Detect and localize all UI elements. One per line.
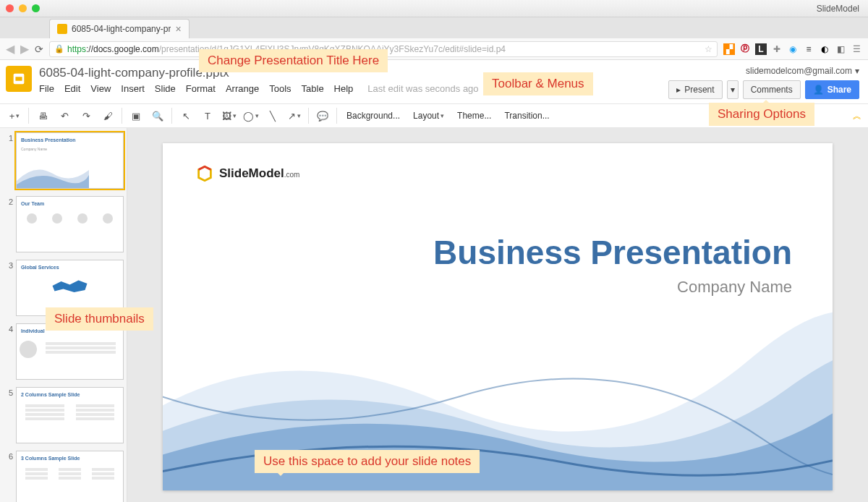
comment-tool[interactable]: 💬 (312, 106, 333, 125)
slides-favicon (57, 24, 67, 34)
browser-tab[interactable]: 6085-04-light-company-pr × (49, 19, 190, 38)
lock-icon: 🔒 (54, 44, 64, 54)
menu-slide[interactable]: Slide (155, 83, 176, 94)
extension-icon[interactable]: ✚ (771, 43, 783, 55)
layout-button[interactable]: Layout (407, 106, 450, 125)
window-chrome: SlideModel (0, 0, 868, 17)
extension-l-icon[interactable]: L (755, 43, 767, 55)
annotation-toolbar: Toolbar & Menus (483, 72, 593, 95)
shape-tool[interactable]: ◯ (241, 106, 261, 125)
url-domain: ://docs.google.com (86, 44, 159, 54)
thumbnail-row[interactable]: 6 3 Columns Sample Slide (3, 451, 124, 502)
extension-icon[interactable]: ▞ (723, 43, 735, 55)
slide-thumbnail-1[interactable]: Business Presentation Company Name (16, 132, 124, 189)
window-label: SlideModel (814, 4, 862, 14)
present-button[interactable]: ▸ Present (668, 80, 722, 99)
extension-icon[interactable]: ◧ (835, 43, 846, 55)
slide-canvas[interactable]: SlideModel.com Business Presentation Com… (163, 143, 833, 490)
thumbnail-row[interactable]: 4 Individual (3, 323, 124, 380)
menu-insert[interactable]: Insert (121, 83, 145, 94)
maximize-window-button[interactable] (32, 4, 40, 12)
paint-format-button[interactable]: 🖌 (98, 106, 118, 125)
menu-help[interactable]: Help (334, 83, 354, 94)
menu-edit[interactable]: Edit (64, 83, 80, 94)
account-email[interactable]: slidemodelcom@gmail.com ▾ (668, 66, 859, 76)
slide-thumbnail-5[interactable]: 2 Columns Sample Slide (16, 387, 124, 443)
brand-logo: SlideModel.com (195, 163, 299, 184)
tab-title: 6085-04-light-company-pr (72, 24, 171, 34)
comments-button[interactable]: Comments (743, 80, 801, 99)
image-tool[interactable]: 🖼 (219, 106, 239, 125)
svg-rect-1 (15, 77, 22, 81)
annotation-sharing: Sharing Options (709, 103, 814, 126)
annotation-title: Change Presentation Title Here (199, 49, 388, 72)
close-window-button[interactable] (6, 4, 14, 12)
menu-table[interactable]: Table (302, 83, 324, 94)
chevron-down-icon: ▾ (855, 66, 859, 76)
google-slides-logo[interactable] (6, 66, 32, 92)
thumbnail-row[interactable]: 1 Business Presentation Company Name (3, 132, 124, 189)
annotation-notes: Use this space to add your slide notes (255, 450, 480, 473)
arrow-tool[interactable]: ↗ (284, 106, 305, 125)
theme-button[interactable]: Theme... (451, 106, 497, 125)
pinterest-icon[interactable]: ⓟ (739, 43, 751, 55)
thumbnail-row[interactable]: 5 2 Columns Sample Slide (3, 387, 124, 443)
slide-thumbnail-2[interactable]: Our Team (16, 196, 124, 252)
print-button[interactable]: 🖶 (33, 106, 53, 125)
zoom-fit-button[interactable]: ▣ (126, 106, 146, 125)
close-tab-icon[interactable]: × (175, 23, 181, 35)
collapse-chevron-icon[interactable]: ︽ (853, 110, 859, 122)
zoom-button[interactable]: 🔍 (148, 106, 168, 125)
slide-thumbnail-6[interactable]: 3 Columns Sample Slide (16, 451, 124, 502)
undo-button[interactable]: ↶ (54, 106, 75, 125)
annotation-thumbnails: Slide thumbnails (46, 307, 153, 331)
last-edit-label: Last edit was seconds ago (367, 83, 478, 94)
redo-button[interactable]: ↷ (76, 106, 96, 125)
menu-icon[interactable]: ☰ (851, 43, 862, 55)
menu-arrange[interactable]: Arrange (226, 83, 259, 94)
menu-file[interactable]: File (39, 83, 54, 94)
chrome-icon[interactable]: ◐ (819, 43, 830, 55)
play-icon: ▸ (676, 85, 681, 95)
person-plus-icon: 👤 (813, 85, 824, 95)
canvas-area: SlideModel.com Business Presentation Com… (127, 128, 868, 502)
new-slide-button[interactable]: + (4, 106, 25, 125)
text-box-tool[interactable]: T (197, 106, 218, 125)
slides-header: 6085-04-light-company-profile.pptx File … (0, 60, 868, 99)
buffer-icon[interactable]: ≡ (803, 43, 814, 55)
line-tool[interactable]: ╲ (263, 106, 283, 125)
minimize-window-button[interactable] (19, 4, 27, 12)
extension-icon[interactable]: ◉ (787, 43, 799, 55)
thumbnail-row[interactable]: 2 Our Team (3, 196, 124, 252)
browser-url-bar: ◀ ▶ ⟳ 🔒 https://docs.google.com/presenta… (0, 38, 868, 60)
slide-thumbnail-4[interactable]: Individual (16, 323, 124, 380)
menu-view[interactable]: View (90, 83, 111, 94)
bookmark-star-icon[interactable]: ☆ (705, 44, 712, 54)
back-button[interactable]: ◀ (6, 42, 14, 56)
present-dropdown[interactable]: ▾ (727, 80, 739, 99)
slide-title[interactable]: Business Presentation (433, 233, 792, 272)
menu-tools[interactable]: Tools (269, 83, 291, 94)
background-button[interactable]: Background... (341, 106, 406, 125)
menu-format[interactable]: Format (186, 83, 216, 94)
slidemodel-mark-icon (195, 163, 215, 184)
transition-button[interactable]: Transition... (498, 106, 555, 125)
url-protocol: https (67, 44, 86, 54)
browser-tab-bar: 6085-04-light-company-pr × (0, 17, 868, 38)
reload-button[interactable]: ⟳ (35, 43, 43, 55)
forward-button[interactable]: ▶ (20, 42, 29, 56)
select-tool[interactable]: ↖ (176, 106, 196, 125)
share-button[interactable]: 👤 Share (805, 80, 859, 99)
extension-icons: ▞ ⓟ L ✚ ◉ ≡ ◐ ◧ ☰ (723, 43, 862, 55)
